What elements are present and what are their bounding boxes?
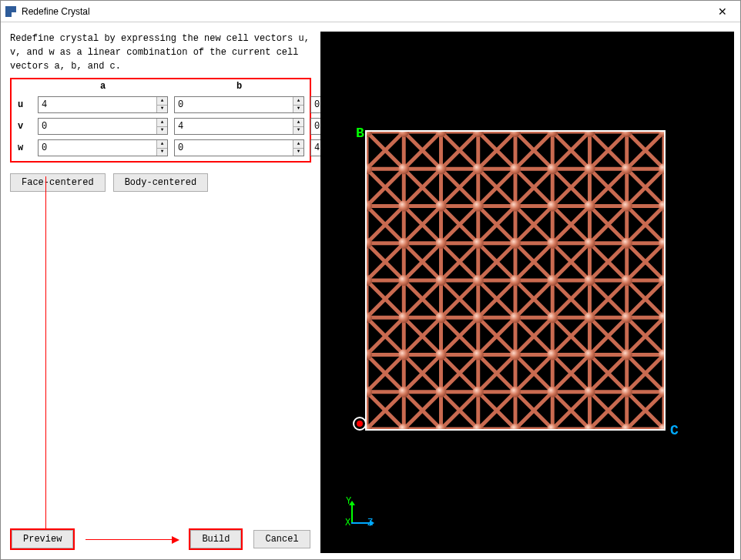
preview-button[interactable]: Preview xyxy=(12,530,73,548)
svg-point-72 xyxy=(436,350,447,360)
svg-point-85 xyxy=(510,163,521,174)
axis-label-y: Y xyxy=(346,496,351,507)
cancel-button[interactable]: Cancel xyxy=(253,530,310,548)
svg-point-86 xyxy=(510,201,521,212)
svg-point-109 xyxy=(585,387,595,397)
svg-point-81 xyxy=(473,350,484,360)
input-u-a[interactable] xyxy=(39,97,156,112)
crystal-lattice-render xyxy=(367,132,664,429)
input-v-b[interactable] xyxy=(175,119,293,134)
axis-label-b: B xyxy=(356,126,364,141)
spin-up-icon[interactable]: ▲ xyxy=(157,140,167,149)
annotation-build-box: Build xyxy=(189,528,243,550)
origin-marker xyxy=(353,417,367,431)
svg-point-100 xyxy=(547,387,558,397)
input-u-b[interactable] xyxy=(175,97,293,112)
spinner-v-a[interactable]: ▲▼ xyxy=(38,118,168,135)
svg-point-79 xyxy=(473,275,484,286)
svg-point-68 xyxy=(436,201,447,212)
build-button[interactable]: Build xyxy=(190,530,241,548)
svg-point-94 xyxy=(547,163,558,174)
spin-up-icon[interactable]: ▲ xyxy=(293,140,303,149)
svg-point-89 xyxy=(510,312,521,323)
svg-point-106 xyxy=(585,275,595,286)
svg-point-62 xyxy=(398,312,409,323)
axis-label-z: Z xyxy=(367,518,373,528)
spin-down-icon[interactable]: ▼ xyxy=(293,149,303,156)
spin-down-icon[interactable]: ▼ xyxy=(157,149,167,156)
input-w-b[interactable] xyxy=(175,140,293,156)
annotation-preview-box: Preview xyxy=(10,528,75,550)
axis-y-line xyxy=(351,504,353,524)
svg-point-61 xyxy=(398,275,409,286)
matrix-annotation-box: a b c u ▲▼ ▲▼ ▲▼ v ▲▼ ▲▼ ▲▼ w ▲▼ ▲▼ ▲▼ xyxy=(10,78,311,163)
input-w-a[interactable] xyxy=(39,140,156,156)
body-centered-button[interactable]: Body-centered xyxy=(113,173,209,192)
svg-point-114 xyxy=(622,238,632,249)
crystal-cell-outline xyxy=(365,130,666,431)
svg-point-67 xyxy=(436,163,447,174)
svg-point-69 xyxy=(436,238,447,249)
svg-point-97 xyxy=(547,275,558,286)
svg-point-95 xyxy=(547,201,558,212)
svg-point-115 xyxy=(622,275,632,286)
spinner-w-a[interactable]: ▲▼ xyxy=(38,139,168,156)
svg-point-77 xyxy=(473,201,484,212)
svg-point-73 xyxy=(436,387,447,397)
svg-point-108 xyxy=(585,350,595,360)
svg-point-63 xyxy=(398,350,409,360)
spinner-w-b[interactable]: ▲▼ xyxy=(174,139,304,156)
svg-point-82 xyxy=(473,387,484,397)
svg-point-105 xyxy=(585,238,595,249)
svg-point-112 xyxy=(622,163,632,174)
spinner-u-b[interactable]: ▲▼ xyxy=(174,96,304,113)
svg-point-113 xyxy=(622,201,632,212)
svg-point-58 xyxy=(398,163,409,174)
svg-point-91 xyxy=(510,387,521,397)
svg-point-116 xyxy=(622,312,632,323)
svg-point-70 xyxy=(436,275,447,286)
spin-down-icon[interactable]: ▼ xyxy=(157,127,167,135)
col-head-a: a xyxy=(38,81,168,92)
svg-point-104 xyxy=(585,201,595,212)
spin-up-icon[interactable]: ▲ xyxy=(157,97,167,106)
svg-point-71 xyxy=(436,312,447,323)
window-title: Redefine Crystal xyxy=(22,6,709,17)
svg-point-103 xyxy=(585,163,595,174)
annotation-arrow-down xyxy=(45,176,46,535)
annotation-arrow-right xyxy=(86,539,178,540)
axis-label-c: C xyxy=(670,423,679,438)
svg-point-107 xyxy=(585,312,595,323)
app-icon xyxy=(5,6,16,17)
svg-point-60 xyxy=(398,238,409,249)
svg-point-98 xyxy=(547,312,558,323)
crystal-viewport[interactable]: B C Y X Z xyxy=(320,32,734,553)
svg-point-96 xyxy=(547,238,558,249)
spinner-u-a[interactable]: ▲▼ xyxy=(38,96,168,113)
titlebar: Redefine Crystal ✕ xyxy=(1,1,740,22)
svg-point-78 xyxy=(473,238,484,249)
row-head-w: w xyxy=(15,143,32,153)
svg-point-118 xyxy=(622,387,632,397)
spin-down-icon[interactable]: ▼ xyxy=(157,106,167,113)
row-head-v: v xyxy=(15,121,32,132)
close-button[interactable]: ✕ xyxy=(709,5,736,18)
svg-point-87 xyxy=(510,238,521,249)
col-head-b: b xyxy=(174,81,304,92)
spinner-v-b[interactable]: ▲▼ xyxy=(174,118,304,135)
svg-point-90 xyxy=(510,350,521,360)
input-v-a[interactable] xyxy=(39,119,156,134)
spin-down-icon[interactable]: ▼ xyxy=(293,106,303,113)
svg-point-76 xyxy=(473,163,484,174)
svg-point-59 xyxy=(398,201,409,212)
spin-up-icon[interactable]: ▲ xyxy=(157,119,167,127)
description-text: Redefine crystal by expressing the new c… xyxy=(10,32,311,73)
spin-up-icon[interactable]: ▲ xyxy=(293,97,303,106)
axis-label-x: X xyxy=(345,518,350,528)
spin-down-icon[interactable]: ▼ xyxy=(293,127,303,135)
row-head-u: u xyxy=(15,99,32,110)
face-centered-button[interactable]: Face-centered xyxy=(10,173,106,192)
svg-point-88 xyxy=(510,275,521,286)
spin-up-icon[interactable]: ▲ xyxy=(293,119,303,127)
matrix-grid: a b c u ▲▼ ▲▼ ▲▼ v ▲▼ ▲▼ ▲▼ w ▲▼ ▲▼ ▲▼ xyxy=(15,81,307,156)
